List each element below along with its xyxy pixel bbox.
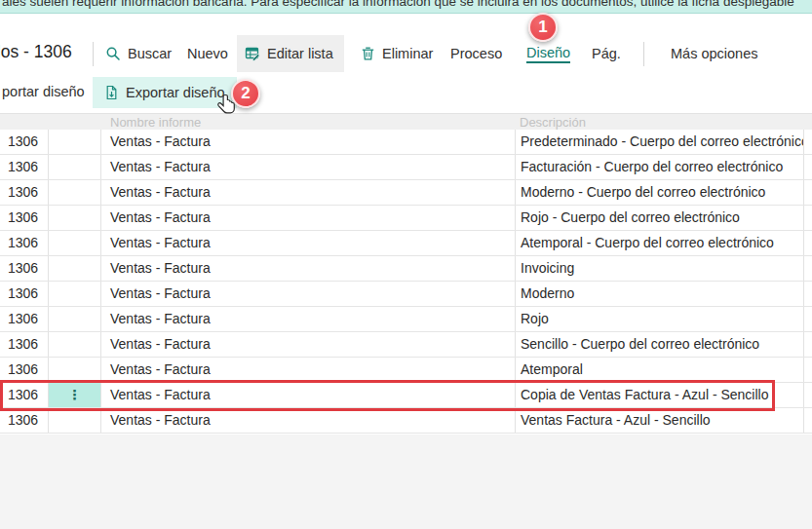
row-description[interactable]: Rojo - Cuerpo del correo electrónico bbox=[516, 206, 804, 230]
row-selector-cell[interactable]: ⋮ bbox=[49, 307, 101, 331]
table-row[interactable]: 1306 ⋮ Ventas - Factura Atemporal - Cuer… bbox=[0, 231, 812, 256]
table-row[interactable]: 1306 ⋮ Ventas - Factura Rojo bbox=[0, 307, 812, 332]
table-row[interactable]: 1306 ⋮ Ventas - Factura Predeterminado -… bbox=[0, 130, 812, 155]
table-row[interactable]: 1306 ⋮ Ventas - Factura Ventas Factura -… bbox=[0, 408, 812, 434]
table-row[interactable]: 1306 ⋮ Ventas - Factura Copia de Ventas … bbox=[0, 383, 812, 408]
row-filler-cell bbox=[804, 307, 812, 331]
trash-icon bbox=[361, 46, 375, 61]
column-header-name[interactable]: Nombre informe bbox=[110, 115, 201, 130]
table-row[interactable]: 1306 ⋮ Ventas - Factura Facturación - Cu… bbox=[0, 155, 812, 180]
row-actions-ellipsis-icon[interactable]: ⋮ bbox=[68, 387, 82, 402]
search-label: Buscar bbox=[128, 46, 172, 61]
row-filler-cell bbox=[804, 155, 812, 179]
delete-label: Eliminar bbox=[382, 46, 433, 61]
notification-text: ales suelen requerir información bancari… bbox=[2, 0, 812, 9]
row-selector-cell[interactable]: ⋮ bbox=[49, 408, 101, 433]
row-filler-cell bbox=[804, 282, 812, 306]
mouse-cursor-hand-icon bbox=[215, 94, 239, 124]
row-selector-cell[interactable]: ⋮ bbox=[49, 256, 101, 281]
row-report-id[interactable]: 1306 bbox=[0, 155, 49, 179]
import-design-button-fragment[interactable]: portar diseño bbox=[2, 84, 85, 99]
row-selector-cell[interactable]: ⋮ bbox=[49, 155, 101, 179]
row-description[interactable]: Atemporal bbox=[516, 358, 804, 382]
toolbar-divider bbox=[93, 42, 94, 66]
table-row[interactable]: 1306 ⋮ Ventas - Factura Sencillo - Cuerp… bbox=[0, 332, 812, 358]
table-row[interactable]: 1306 ⋮ Ventas - Factura Invoicing bbox=[0, 256, 812, 282]
row-report-id[interactable]: 1306 bbox=[0, 180, 49, 205]
design-label: Diseño bbox=[526, 45, 570, 63]
notification-bar: ales suelen requerir información bancari… bbox=[0, 0, 812, 14]
design-submenu-bar: portar diseño Exportar diseño bbox=[0, 76, 812, 109]
row-description[interactable]: Ventas Factura - Azul - Sencillo bbox=[516, 408, 804, 433]
row-selector-cell[interactable]: ⋮ bbox=[49, 383, 101, 407]
table-row[interactable]: 1306 ⋮ Ventas - Factura Atemporal bbox=[0, 358, 812, 383]
action-toolbar: dos - 1306 Buscar Nuevo Editar lista Eli… bbox=[0, 35, 812, 72]
row-filler-cell bbox=[804, 332, 812, 357]
page-menu[interactable]: Pág. bbox=[584, 35, 629, 72]
more-options-button[interactable]: Más opciones bbox=[663, 35, 765, 72]
row-description[interactable]: Moderno - Cuerpo del correo electrónico bbox=[516, 180, 804, 205]
table-header-row: Nombre informe Descripción bbox=[0, 113, 812, 130]
row-filler-cell bbox=[804, 130, 812, 154]
row-report-id[interactable]: 1306 bbox=[0, 358, 49, 382]
row-report-name[interactable]: Ventas - Factura bbox=[101, 282, 516, 306]
row-description[interactable]: Facturación - Cuerpo del correo electrón… bbox=[516, 155, 804, 179]
new-button[interactable]: Nuevo bbox=[179, 35, 236, 72]
row-description[interactable]: Atemporal - Cuerpo del correo electrónic… bbox=[516, 231, 804, 255]
row-selector-cell[interactable]: ⋮ bbox=[49, 231, 101, 255]
row-report-name[interactable]: Ventas - Factura bbox=[101, 408, 516, 433]
row-description[interactable]: Predeterminado - Cuerpo del correo elect… bbox=[516, 130, 804, 154]
edit-list-icon bbox=[245, 46, 260, 61]
process-menu[interactable]: Proceso bbox=[443, 35, 510, 72]
page-title-fragment: dos - 1306 bbox=[0, 42, 72, 62]
row-report-name[interactable]: Ventas - Factura bbox=[101, 180, 516, 205]
row-report-name[interactable]: Ventas - Factura bbox=[101, 206, 516, 230]
row-report-name[interactable]: Ventas - Factura bbox=[101, 130, 516, 154]
row-report-id[interactable]: 1306 bbox=[0, 282, 49, 306]
row-report-name[interactable]: Ventas - Factura bbox=[101, 256, 516, 281]
row-report-name[interactable]: Ventas - Factura bbox=[101, 332, 516, 357]
process-label: Proceso bbox=[450, 46, 502, 61]
edit-list-button[interactable]: Editar lista bbox=[237, 35, 344, 72]
export-design-label: Exportar diseño bbox=[126, 85, 225, 100]
row-report-id[interactable]: 1306 bbox=[0, 130, 49, 154]
row-description[interactable]: Rojo bbox=[516, 307, 804, 331]
row-filler-cell bbox=[804, 206, 812, 230]
row-selector-cell[interactable]: ⋮ bbox=[49, 358, 101, 382]
row-report-id[interactable]: 1306 bbox=[0, 231, 49, 255]
row-selector-cell[interactable]: ⋮ bbox=[49, 282, 101, 306]
row-selector-cell[interactable]: ⋮ bbox=[49, 206, 101, 230]
row-report-id[interactable]: 1306 bbox=[0, 256, 49, 281]
row-filler-cell bbox=[804, 383, 812, 407]
new-label: Nuevo bbox=[187, 46, 228, 61]
row-report-id[interactable]: 1306 bbox=[0, 206, 49, 230]
table-row[interactable]: 1306 ⋮ Ventas - Factura Rojo - Cuerpo de… bbox=[0, 206, 812, 231]
table-row[interactable]: 1306 ⋮ Ventas - Factura Moderno bbox=[0, 282, 812, 307]
toolbar-divider bbox=[643, 42, 644, 66]
row-report-id[interactable]: 1306 bbox=[0, 383, 49, 407]
row-report-name[interactable]: Ventas - Factura bbox=[101, 358, 516, 382]
row-filler-cell bbox=[804, 358, 812, 382]
column-header-description[interactable]: Descripción bbox=[520, 115, 586, 130]
row-filler-cell bbox=[804, 231, 812, 255]
export-document-icon bbox=[104, 85, 119, 100]
row-report-id[interactable]: 1306 bbox=[0, 332, 49, 357]
search-button[interactable]: Buscar bbox=[97, 35, 179, 72]
row-description[interactable]: Invoicing bbox=[516, 256, 804, 281]
row-report-name[interactable]: Ventas - Factura bbox=[101, 231, 516, 255]
row-description[interactable]: Copia de Ventas Factura - Azul - Sencill… bbox=[516, 383, 804, 407]
row-selector-cell[interactable]: ⋮ bbox=[49, 332, 101, 357]
row-description[interactable]: Sencillo - Cuerpo del correo electrónico bbox=[516, 332, 804, 357]
table-row[interactable]: 1306 ⋮ Ventas - Factura Moderno - Cuerpo… bbox=[0, 180, 812, 206]
row-filler-cell bbox=[804, 256, 812, 281]
row-report-name[interactable]: Ventas - Factura bbox=[101, 307, 516, 331]
row-report-id[interactable]: 1306 bbox=[0, 307, 49, 331]
delete-button[interactable]: Eliminar bbox=[353, 35, 441, 72]
row-selector-cell[interactable]: ⋮ bbox=[49, 180, 101, 205]
row-report-name[interactable]: Ventas - Factura bbox=[101, 155, 516, 179]
row-report-id[interactable]: 1306 bbox=[0, 408, 49, 433]
row-report-name[interactable]: Ventas - Factura bbox=[101, 383, 516, 407]
row-selector-cell[interactable]: ⋮ bbox=[49, 130, 101, 154]
row-description[interactable]: Moderno bbox=[516, 282, 804, 306]
annotation-step-1-badge: 1 bbox=[528, 13, 558, 42]
